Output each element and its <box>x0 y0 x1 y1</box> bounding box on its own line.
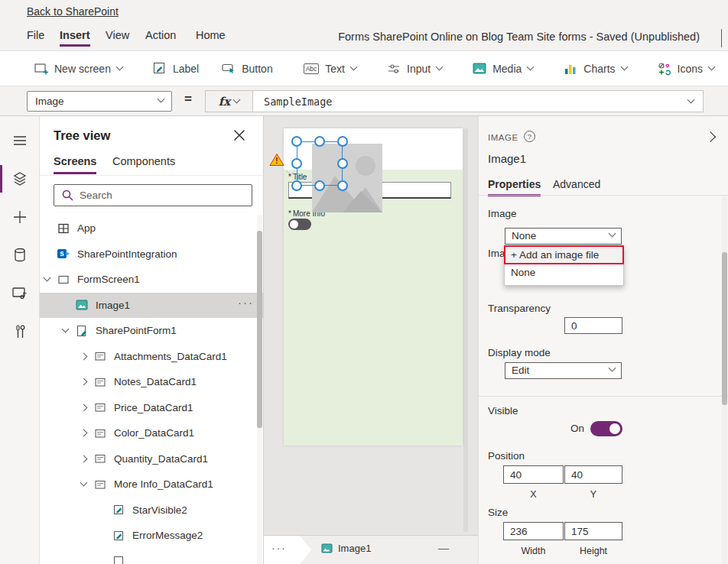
more-info-toggle[interactable] <box>288 219 311 230</box>
tab-screens[interactable]: Screens <box>54 155 96 174</box>
position-x-input[interactable] <box>503 465 564 484</box>
visible-toggle[interactable] <box>590 421 622 436</box>
tree-item-color-datacard1[interactable]: Color_DataCard1 <box>40 420 263 446</box>
resize-handle-s[interactable] <box>314 180 325 191</box>
menu-home[interactable]: Home <box>196 29 226 44</box>
resize-handle-e[interactable] <box>337 158 348 169</box>
tree-item-attachments-datacard1[interactable]: Attachments_DataCard1 <box>40 344 263 370</box>
icons-label: Icons <box>678 63 703 75</box>
button-label: Button <box>242 63 272 75</box>
tree-item-quantity-datacard1[interactable]: Quantity_DataCard1 <box>40 446 263 472</box>
data-sources-icon[interactable] <box>0 241 40 269</box>
tree-item-partial[interactable] <box>40 549 263 564</box>
charts-menu-button[interactable]: Charts <box>552 51 638 86</box>
dropdown-option-add-image-file[interactable]: + Add an image file <box>505 246 623 264</box>
tree-item-label: StarVisible2 <box>132 504 187 516</box>
media-library-icon[interactable] <box>0 280 40 307</box>
media-menu-button[interactable]: Media <box>461 51 544 86</box>
chevron-right-icon[interactable] <box>80 378 88 386</box>
tree-item-app[interactable]: App <box>40 216 263 241</box>
breadcrumb-ellipsis[interactable]: ··· <box>271 542 287 554</box>
tree-scrollbar-thumb[interactable] <box>257 231 262 428</box>
tab-properties[interactable]: Properties <box>488 178 541 196</box>
tree-item-sharepointform1[interactable]: SharePointForm1 <box>40 318 263 344</box>
menu-view[interactable]: View <box>106 29 129 44</box>
tab-advanced[interactable]: Advanced <box>553 178 600 194</box>
minimize-icon[interactable]: — <box>438 542 449 554</box>
menu-action[interactable]: Action <box>145 29 176 44</box>
hamburger-icon[interactable] <box>0 127 40 154</box>
fx-button[interactable]: fx <box>206 91 253 112</box>
tree-item-starvisible2[interactable]: StarVisible2 <box>40 498 263 523</box>
size-height-input[interactable] <box>564 522 622 540</box>
chevron-right-icon[interactable] <box>80 429 88 437</box>
resize-handle-sw[interactable] <box>291 180 302 191</box>
document-title: Forms SharePoint Online on Blog Team Sit… <box>338 31 700 43</box>
tree-item-notes-datacard1[interactable]: Notes_DataCard1 <box>40 369 263 395</box>
chevron-down-icon <box>609 230 616 238</box>
tree-item-image1[interactable]: Image1 ··· <box>40 293 263 319</box>
label-control-icon <box>112 504 125 516</box>
tree-view-icon[interactable] <box>0 165 40 193</box>
menu-file[interactable]: File <box>27 29 44 44</box>
tab-components[interactable]: Components <box>112 155 175 172</box>
chevron-down-icon[interactable] <box>44 274 51 282</box>
formula-input[interactable] <box>253 91 703 112</box>
menu-insert[interactable]: Insert <box>60 29 90 47</box>
search-input[interactable] <box>80 190 232 201</box>
position-y-input[interactable] <box>564 465 622 484</box>
insert-plus-icon[interactable] <box>0 203 40 231</box>
resize-handle-ne[interactable] <box>337 136 348 147</box>
help-icon[interactable]: ? <box>524 131 535 142</box>
input-label: Input <box>407 63 431 75</box>
size-width-input[interactable] <box>503 522 564 540</box>
text-menu-button[interactable]: Abc Text <box>292 51 368 86</box>
tree-item-label: Color_DataCard1 <box>114 427 194 439</box>
button-button[interactable]: Button <box>210 51 284 86</box>
image-icon <box>321 543 333 553</box>
tree-item-more-info-datacard1[interactable]: More Info_DataCard1 <box>40 472 263 498</box>
equals-sign: = <box>184 92 192 107</box>
chevron-right-icon[interactable] <box>80 404 88 411</box>
advanced-tools-icon[interactable] <box>0 318 40 345</box>
tree-item-label: Notes_DataCard1 <box>114 376 197 387</box>
resize-handle-n[interactable] <box>314 136 325 147</box>
canvas-scrollbar[interactable] <box>463 128 468 532</box>
dropdown-option-none[interactable]: None <box>505 264 623 281</box>
back-to-sharepoint-link[interactable]: Back to SharePoint <box>27 5 119 18</box>
icons-menu-button[interactable]: Icons <box>646 51 726 86</box>
input-menu-button[interactable]: Input <box>375 51 453 86</box>
label-control-icon <box>112 555 125 564</box>
tree-tabs: Screens Components <box>40 153 263 176</box>
row-actions-ellipsis[interactable]: ··· <box>238 296 254 309</box>
chevron-down-icon[interactable] <box>62 326 70 333</box>
display-mode-select[interactable]: Edit <box>505 362 622 379</box>
breadcrumb-label: Image1 <box>338 543 371 554</box>
chevron-down-icon <box>115 63 123 71</box>
chevron-down-icon <box>436 63 444 71</box>
collapse-panel-chevron-icon[interactable] <box>705 131 716 142</box>
transparency-input[interactable] <box>564 317 622 334</box>
image-select-value: None <box>512 230 536 241</box>
insert-ribbon: New screen Label Button Abc Text Input M… <box>0 50 728 86</box>
close-icon[interactable] <box>234 130 246 142</box>
tree-item-formscreen1[interactable]: FormScreen1 <box>40 267 263 293</box>
breadcrumb-image1[interactable]: Image1 <box>321 543 371 554</box>
chevron-right-icon[interactable] <box>80 455 88 462</box>
property-selector[interactable]: Image <box>27 91 172 112</box>
control-name: Image1 <box>488 152 526 165</box>
chevron-down-icon[interactable] <box>80 479 88 487</box>
label-button[interactable]: Label <box>141 51 210 86</box>
properties-scrollbar-thumb[interactable] <box>722 252 727 405</box>
tree-item-sharepointintegration[interactable]: s SharePointIntegration <box>40 241 263 267</box>
new-screen-button[interactable]: New screen <box>23 51 134 86</box>
chevron-right-icon[interactable] <box>80 352 88 360</box>
warning-icon[interactable]: ! <box>269 153 284 167</box>
resize-handle-se[interactable] <box>337 180 348 191</box>
resize-handle-nw[interactable] <box>291 136 302 147</box>
tree-item-errormessage2[interactable]: ErrorMessage2 <box>40 523 263 549</box>
tree-item-price-datacard1[interactable]: Price_DataCard1 <box>40 395 263 421</box>
tree-item-label: Image1 <box>96 300 130 311</box>
resize-handle-w[interactable] <box>291 158 302 169</box>
image-select[interactable]: None <box>505 228 622 245</box>
